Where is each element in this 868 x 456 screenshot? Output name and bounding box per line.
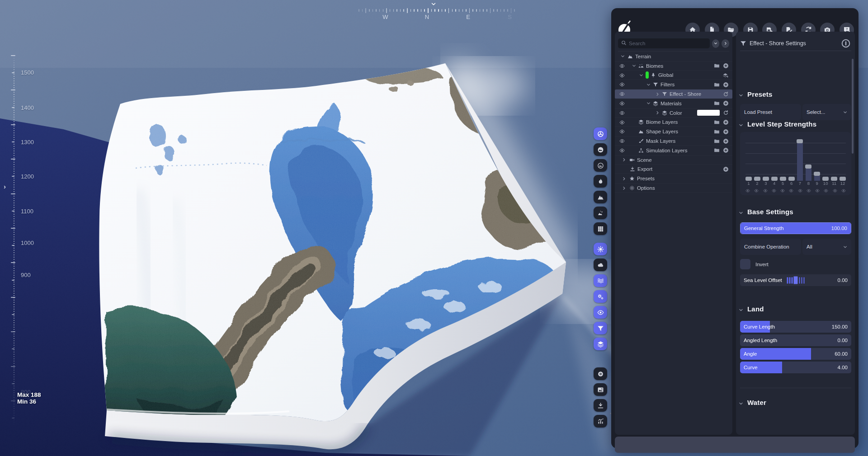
general-strength-slider[interactable]: General Strength 100.00 (740, 222, 851, 234)
level-step-section-header[interactable]: Level Step Strengths (738, 120, 816, 128)
tree-row-biomes[interactable]: Biomes (615, 61, 732, 71)
settings-scrollbar[interactable] (852, 59, 854, 154)
level-bar-12[interactable] (840, 177, 846, 181)
auto-process-button[interactable] (594, 290, 607, 303)
land-section-header[interactable]: Land (738, 305, 764, 313)
folder-icon[interactable] (714, 100, 720, 106)
visibility-eye-icon[interactable] (619, 63, 625, 69)
level-bar-5[interactable] (780, 177, 786, 181)
bar-eye-icon[interactable] (763, 187, 768, 195)
visibility-eye-icon[interactable] (619, 138, 625, 144)
add-icon[interactable] (723, 100, 729, 106)
visibility-eye-icon[interactable] (619, 129, 625, 134)
tree-row-materials[interactable]: Materials (615, 99, 732, 108)
visibility-eye-icon[interactable] (619, 120, 625, 125)
angled-length-slider[interactable]: Angled Length 0.00 (740, 334, 851, 346)
layers-toggle-button[interactable] (594, 338, 607, 350)
chevron-down-icon[interactable] (646, 82, 651, 87)
bar-eye-icon[interactable] (754, 187, 759, 195)
erosion-button[interactable] (594, 175, 607, 188)
folder-icon[interactable] (714, 129, 720, 135)
level-bar-8[interactable] (805, 165, 811, 181)
level-bar-11[interactable] (831, 177, 837, 181)
bar-eye-icon[interactable] (841, 187, 846, 195)
tree-row-presets[interactable]: Presets (615, 174, 732, 183)
enable-toggle-icon[interactable] (841, 38, 851, 48)
level-bar-9[interactable] (814, 172, 820, 181)
collapse-all-button[interactable] (712, 39, 720, 48)
tree-row-terrain[interactable]: Terrain (615, 52, 732, 61)
level-bar-10[interactable] (822, 177, 829, 181)
folder-icon[interactable] (714, 138, 720, 144)
add-icon[interactable] (723, 147, 729, 153)
search-input[interactable] (618, 38, 710, 48)
grid-view-button[interactable] (594, 222, 607, 235)
tree-row-export[interactable]: Export (615, 165, 732, 174)
tree-row-mask-layers[interactable]: Mask Layers (615, 136, 732, 146)
view-gizmo-button[interactable] (594, 127, 607, 140)
folder-icon[interactable] (714, 147, 720, 153)
visibility-button[interactable] (594, 306, 607, 319)
bar-eye-icon[interactable] (772, 187, 776, 195)
base-settings-section-header[interactable]: Base Settings (738, 208, 793, 216)
bar-eye-icon[interactable] (833, 187, 837, 195)
stamp-scene-button[interactable] (594, 207, 607, 219)
tree-row-filters[interactable]: Filters (615, 80, 732, 89)
visibility-eye-icon[interactable] (619, 82, 625, 87)
invert-checkbox[interactable] (740, 259, 750, 269)
add-icon[interactable] (723, 129, 729, 135)
tree-row-shape-layers[interactable]: Shape Layers (615, 127, 732, 136)
visibility-eye-icon[interactable] (619, 148, 625, 153)
level-bar-3[interactable] (763, 177, 769, 181)
level-bar-2[interactable] (754, 177, 760, 181)
chevron-right-icon[interactable] (655, 92, 660, 97)
folder-icon[interactable] (714, 119, 720, 125)
bar-eye-icon[interactable] (780, 187, 785, 195)
record-button[interactable] (594, 367, 607, 380)
chevron-right-icon[interactable] (622, 186, 627, 191)
level-bar-4[interactable] (771, 177, 778, 181)
bar-eye-icon[interactable] (815, 187, 820, 195)
visibility-eye-icon[interactable] (619, 101, 625, 106)
tree-row-global[interactable]: Global (615, 71, 732, 80)
level-bar-6[interactable] (788, 177, 795, 181)
curve-length-slider[interactable]: Curve Length 150.00 (740, 321, 851, 333)
level-bar-7[interactable] (797, 139, 803, 181)
filters-toggle-button[interactable] (594, 322, 607, 334)
refresh-icon[interactable] (723, 91, 729, 97)
angle-slider[interactable]: Angle 60.00 (740, 348, 851, 360)
visibility-eye-icon[interactable] (619, 110, 625, 116)
tree-row-biome-layers[interactable]: Biome Layers (615, 118, 732, 127)
add-icon[interactable] (723, 166, 729, 172)
add-icon[interactable] (723, 119, 729, 125)
bar-eye-icon[interactable] (798, 187, 802, 195)
terrain-globe-button[interactable] (594, 143, 607, 156)
bar-eye-icon[interactable] (789, 187, 793, 195)
water-section-header[interactable]: Water (738, 399, 766, 406)
expand-all-button[interactable] (722, 39, 729, 48)
bar-eye-icon[interactable] (807, 187, 811, 195)
sea-level-offset-slider[interactable]: Sea Level Offset 0.00 (740, 274, 851, 286)
chevron-right-icon[interactable] (622, 157, 627, 162)
visibility-eye-icon[interactable] (619, 91, 625, 97)
chevron-down-icon[interactable] (632, 63, 637, 68)
curve-slider[interactable]: Curve 4.00 (740, 362, 851, 373)
chevron-down-icon[interactable] (639, 73, 644, 78)
add-icon[interactable] (723, 63, 729, 69)
folder-icon[interactable] (714, 82, 720, 88)
chevron-right-icon[interactable] (622, 176, 627, 181)
presets-section-header[interactable]: Presets (738, 90, 773, 98)
tree-row-color[interactable]: Color (615, 108, 732, 118)
tree-row-simulation-layers[interactable]: Simulation Layers (615, 146, 732, 155)
add-icon[interactable] (723, 82, 729, 88)
water-toggle-button[interactable] (594, 274, 607, 287)
combine-operation-dropdown[interactable]: All (802, 239, 851, 255)
snapshot-button[interactable] (594, 383, 607, 396)
statistics-button[interactable] (594, 415, 607, 428)
add-icon[interactable] (723, 138, 729, 144)
bar-eye-icon[interactable] (745, 187, 750, 195)
clouds-button[interactable] (594, 259, 607, 271)
visibility-eye-icon[interactable] (619, 73, 625, 78)
download-button[interactable] (594, 399, 607, 412)
folder-icon[interactable] (714, 63, 720, 69)
